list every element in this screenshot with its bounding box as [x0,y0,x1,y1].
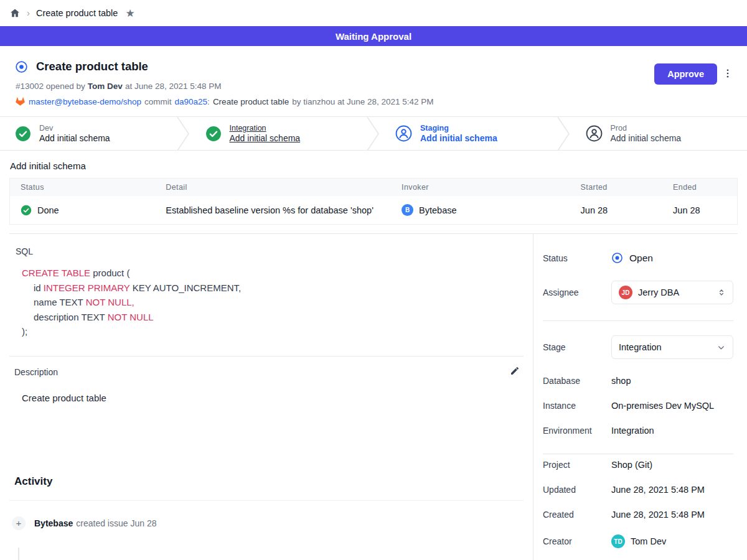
task-table: StatusDetailInvokerStartedEnded Done Est… [9,178,738,225]
divider [543,454,733,454]
commit-meta: master@bytebase-demo/shop commit da90a25… [15,96,732,106]
invoker-avatar: B [402,204,413,216]
column-header-status: Status [10,179,156,197]
activity-timeline-line [18,548,19,560]
database-row: Database shop [543,376,733,386]
chevron-down-icon [716,343,726,352]
project-row: Project Shop (Git) [543,460,733,470]
divider [9,500,524,501]
pipeline: DevAdd initial schema IntegrationAdd ini… [0,116,747,151]
home-icon[interactable] [9,7,21,19]
status-value: Open [629,253,653,264]
issue-body: SQL CREATE TABLE product (id INTEGER PRI… [0,234,533,560]
check-circle-icon [15,126,31,142]
stage-separator-icon [557,117,571,150]
branch-link[interactable]: master@bytebase-demo/shop [29,97,141,106]
plus-icon: + [12,516,26,530]
more-actions-button[interactable] [722,68,733,82]
open-status-icon [611,252,623,264]
stage-label: Stage [543,342,611,352]
instance-row: Instance On-premises Dev MySQL [543,401,733,411]
pipeline-stage-staging[interactable]: StagingAdd initial schema [380,117,557,150]
assignee-value: Jerry DBA [638,287,712,297]
creator-value: Tom Dev [631,536,666,546]
sql-line: ); [22,324,533,339]
description-label: Description [14,367,58,377]
table-row: Done Established baseline version %s for… [10,196,738,225]
stage-select[interactable]: Integration [611,335,733,359]
commit-message: Create product table [213,97,289,106]
done-check-icon [21,205,32,216]
issue-sidebar: Status Open Assignee JD Jerry DBA [533,234,747,560]
pending-person-icon [586,125,603,142]
issue-title: Create product table [36,60,148,73]
issue-meta: #13002 opened by Tom Dev at June 28, 202… [16,82,732,91]
assignee-label: Assignee [543,287,611,297]
updated-row: Updated June 28, 2021 5:48 PM [543,485,733,495]
creator-row: Creator TD Tom Dev [543,534,733,548]
activity-item: + Bytebasecreated issue Jun 28 [12,516,533,530]
pipeline-stage-prod[interactable]: ProdAdd initial schema [571,117,747,150]
pending-person-icon [395,125,412,142]
colon: : [207,97,210,106]
favorite-star-icon[interactable]: ★ [125,7,134,20]
approval-banner: Waiting Approval [0,26,747,46]
pipeline-stage-integration[interactable]: IntegrationAdd initial schema [190,117,367,150]
commit-word: commit [144,97,172,106]
column-header-invoker: Invoker [391,179,570,197]
pipeline-stage-dev[interactable]: DevAdd initial schema [0,117,177,150]
sql-label: SQL [16,246,533,256]
commit-byline: by tianzhou at June 28, 2021 5:42 PM [292,97,433,106]
sql-line: name TEXT NOT NULL, [22,295,533,310]
description-content: Create product table [22,393,533,403]
assignee-select[interactable]: JD Jerry DBA [611,281,733,304]
issue-header: Create product table #13002 opened by To… [0,46,747,116]
assignee-row: Assignee JD Jerry DBA [543,281,733,304]
check-circle-icon [205,126,222,142]
approve-button[interactable]: Approve [654,63,717,85]
activity-title: Activity [14,475,533,488]
stage-separator-icon [367,117,380,150]
stage-row: Stage Integration [543,335,733,359]
column-header-ended: Ended [662,179,737,197]
gitlab-icon [15,96,26,106]
created-row: Created June 28, 2021 5:48 PM [543,510,733,520]
breadcrumb: › Create product table ★ [0,0,747,26]
sql-line: CREATE TABLE product ( [22,266,533,281]
activity-list: + Bytebasecreated issue Jun 28 [0,516,533,530]
environment-row: Environment Integration [543,426,733,436]
task-title: Add initial schema [10,161,738,171]
breadcrumb-title: Create product table [36,8,118,18]
breadcrumb-chevron-icon: › [27,7,30,18]
sql-line: description TEXT NOT NULL [22,310,533,325]
creator-label: Creator [543,536,611,546]
column-header-detail: Detail [155,179,391,197]
issue-open-status-icon [15,60,28,73]
creator-avatar: TD [611,534,625,548]
issue-open-time: at June 28, 2021 5:48 PM [125,82,222,91]
task-section: Add initial schema StatusDetailInvokerSt… [0,151,747,234]
stage-separator-icon [177,117,190,150]
issue-author: Tom Dev [88,82,123,91]
status-label: Status [543,253,611,263]
select-updown-icon [717,288,726,297]
column-header-started: Started [570,179,662,197]
commit-hash-link[interactable]: da90a25 [175,97,208,106]
page: › Create product table ★ Waiting Approva… [0,0,747,560]
stage-value: Integration [619,342,711,352]
sql-code: CREATE TABLE product (id INTEGER PRIMARY… [22,266,533,339]
divider [543,320,733,321]
edit-description-button[interactable] [510,366,520,378]
sql-line: id INTEGER PRIMARY KEY AUTO_INCREMENT, [22,281,533,296]
assignee-avatar: JD [619,286,632,299]
status-row: Status Open [543,252,733,264]
divider [9,356,524,357]
issue-id-text: #13002 opened by [16,82,85,91]
